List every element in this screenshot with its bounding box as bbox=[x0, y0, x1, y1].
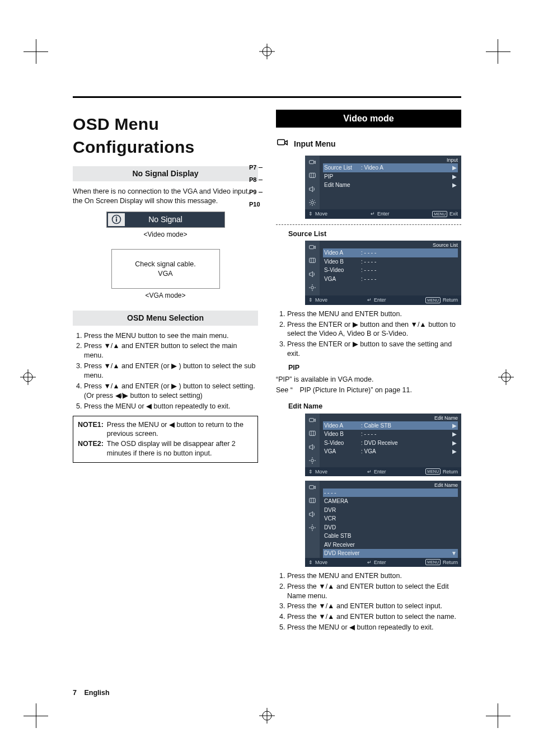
p-label: P10 bbox=[249, 200, 260, 209]
vga-mode-caption: <VGA mode> bbox=[73, 291, 258, 300]
vga-line1: Check signal cable. bbox=[115, 260, 216, 269]
osd-row-key: Cable STB bbox=[324, 532, 457, 540]
osd-footer: ⇕ Move ↵ Enter MENU Return bbox=[305, 558, 461, 567]
osd-row-key: DVD Receiver bbox=[324, 550, 449, 557]
osd-sidebar bbox=[305, 414, 320, 467]
input-side-icon bbox=[308, 483, 317, 492]
step: Press the ▼/▲ and ENTER button to select… bbox=[287, 612, 461, 622]
osd-row: S-Video: - - - - bbox=[323, 266, 458, 275]
footer-return: Return bbox=[443, 468, 458, 475]
edit-name-osd-1: Edit Name Video A: Cable STB▶ Video B: -… bbox=[305, 414, 461, 467]
osd-row-val: : - - - - bbox=[361, 258, 457, 266]
manual-page: OSD Menu Configurations No Signal Displa… bbox=[0, 0, 534, 756]
osd-sidebar bbox=[305, 241, 320, 295]
osd-row-arr: ▶ bbox=[451, 181, 457, 189]
registration-mark bbox=[498, 369, 514, 385]
svg-line-25 bbox=[310, 200, 311, 201]
osd-row-arr: ▶ bbox=[451, 422, 457, 430]
section-osd-selection: OSD Menu Selection bbox=[73, 311, 258, 326]
osd-row: VCR bbox=[323, 514, 458, 523]
setup-side-icon bbox=[308, 523, 317, 532]
osd-row-arr: ▶ bbox=[451, 173, 457, 181]
p-labels: P7 P8 P9 P10 bbox=[249, 161, 263, 210]
osd-step: Press the MENU or ◀ button repeatedly to… bbox=[84, 402, 258, 411]
osd-row: DVD bbox=[323, 523, 458, 532]
osd-row-key: S-Video bbox=[324, 266, 359, 274]
svg-point-0 bbox=[263, 47, 271, 56]
osd-title: Edit Name bbox=[434, 482, 458, 489]
source-list-osd: Source List Video A: - - - - Video B: - … bbox=[305, 241, 461, 295]
input-osd: Input Source List : Video A ▶ PIP ▶ bbox=[305, 156, 461, 209]
sound-side-icon bbox=[308, 270, 317, 279]
input-side-icon bbox=[308, 158, 317, 167]
osd-row: AV Receiver bbox=[323, 541, 458, 550]
osd-row-key: Source List bbox=[324, 164, 359, 172]
sound-side-icon bbox=[308, 510, 317, 519]
info-icon bbox=[108, 213, 125, 226]
input-menu-header: Input Menu bbox=[276, 137, 461, 152]
osd-row-key: DVR bbox=[324, 506, 457, 514]
source-list-heading: Source List bbox=[288, 229, 461, 239]
svg-point-33 bbox=[311, 287, 314, 289]
svg-rect-15 bbox=[278, 139, 285, 144]
osd-step: Press the MENU button to see the main me… bbox=[84, 331, 258, 341]
osd-row-key: PIP bbox=[324, 173, 359, 181]
pip-line1: “PIP” is available in VGA mode. bbox=[276, 375, 461, 384]
osd-row: Source List : Video A ▶ bbox=[323, 163, 458, 172]
osd-title: Edit Name bbox=[434, 415, 458, 421]
osd-row: Video B: - - - - bbox=[323, 257, 458, 266]
crop-mark bbox=[24, 39, 48, 64]
svg-point-42 bbox=[311, 459, 314, 462]
step: Press the MENU and ENTER button. bbox=[287, 571, 461, 581]
osd-row: DVR bbox=[323, 506, 458, 515]
osd-row-val: : - - - - bbox=[361, 275, 457, 283]
svg-line-27 bbox=[310, 204, 311, 205]
osd-row: PIP ▶ bbox=[323, 172, 458, 181]
input-side-icon bbox=[308, 243, 317, 252]
note-row: NOTE2: The OSD display will be disappear… bbox=[78, 439, 253, 458]
note-label: NOTE1: bbox=[78, 420, 104, 439]
osd-sidebar bbox=[305, 481, 320, 558]
video-mode-caption: <Video mode> bbox=[73, 230, 258, 239]
osd-steps: Press the MENU button to see the main me… bbox=[73, 331, 258, 411]
osd-row: Edit Name ▶ bbox=[323, 181, 458, 190]
osd-row-key: Video A bbox=[324, 249, 359, 257]
setup-side-icon bbox=[308, 198, 317, 207]
dashed-separator bbox=[276, 224, 461, 225]
osd-row: DVD Receiver▼ bbox=[323, 549, 458, 558]
svg-rect-48 bbox=[310, 498, 316, 503]
no-signal-intro: When there is no connection to the VGA a… bbox=[73, 187, 258, 206]
input-side-icon bbox=[308, 416, 317, 425]
osd-step: Press ▼/▲ and ENTER (or ▶ ) button to se… bbox=[84, 361, 258, 381]
no-signal-label: No Signal bbox=[148, 214, 182, 225]
page-footer: 7 English bbox=[73, 688, 115, 698]
crop-mark bbox=[486, 703, 510, 728]
input-menu-label: Input Menu bbox=[294, 139, 336, 149]
osd-row-key: S-Video bbox=[324, 439, 359, 447]
note-label: NOTE2: bbox=[78, 439, 104, 458]
registration-mark bbox=[259, 708, 275, 724]
picture-side-icon bbox=[308, 171, 317, 180]
osd-title: Source List bbox=[433, 242, 458, 248]
osd-row-key: AV Receiver bbox=[324, 541, 457, 549]
sound-side-icon bbox=[308, 443, 317, 452]
p-label: P9 bbox=[249, 188, 256, 196]
vga-line2: VGA bbox=[115, 269, 216, 279]
footer-move: Move bbox=[315, 559, 327, 566]
picture-side-icon bbox=[308, 429, 317, 438]
edit-name-heading: Edit Name bbox=[288, 402, 461, 411]
svg-point-51 bbox=[311, 526, 314, 529]
input-icon bbox=[276, 137, 288, 152]
pip-line2: See “ PIP (Picture In Picture)” on page … bbox=[276, 386, 461, 395]
osd-row-val: : - - - - bbox=[361, 266, 457, 274]
footer-return: Return bbox=[443, 559, 458, 566]
page-title: OSD Menu Configurations bbox=[73, 113, 258, 158]
osd-step: Press ▼/▲ and ENTER button to select the… bbox=[84, 341, 258, 360]
setup-side-icon bbox=[308, 456, 317, 465]
svg-point-9 bbox=[263, 711, 271, 720]
osd-row-val: : Video A bbox=[361, 164, 449, 172]
source-list-steps: Press the MENU and ENTER button. Press t… bbox=[276, 309, 461, 359]
footer-enter: Enter bbox=[374, 297, 386, 303]
footer-move: Move bbox=[315, 210, 327, 217]
svg-rect-17 bbox=[310, 173, 316, 178]
